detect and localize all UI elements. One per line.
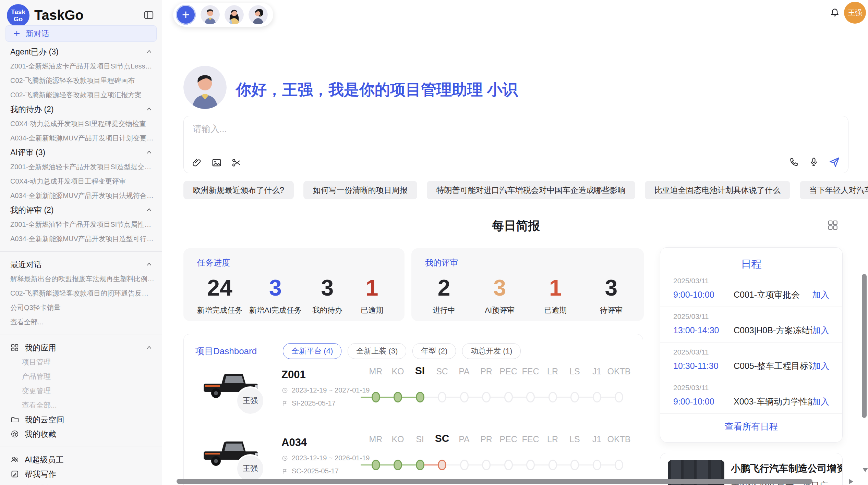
stat-column: 24新增完成任务 <box>197 276 242 315</box>
horizontal-scrollbar[interactable] <box>177 479 812 484</box>
user-avatar[interactable]: 王强 <box>844 2 866 24</box>
phone-icon[interactable] <box>788 157 799 167</box>
sidebar-item[interactable]: Z001-全新燃油轻卡产品开发项目SI节点属性5D文件评审 <box>0 217 162 232</box>
event-main: 10:30-11:30C005-整车工程目标评审加入 <box>673 360 829 372</box>
chevron-up-icon <box>145 105 153 113</box>
apps-view-all[interactable]: 查看全部... <box>0 398 162 412</box>
scroll-down-arrow-icon[interactable] <box>863 468 868 472</box>
milestone-node[interactable] <box>615 392 623 402</box>
dashboard-tab[interactable]: 年型 (2) <box>412 343 456 359</box>
milestone-node[interactable] <box>504 460 513 470</box>
scroll-right-arrow-icon[interactable] <box>849 479 853 484</box>
sidebar-section-header[interactable]: 我的评审 (2) <box>0 203 162 217</box>
milestone-node[interactable] <box>482 392 491 402</box>
sidebar-item[interactable]: Z001-全新燃油轻卡产品开发项目SI造型提交物评审 <box>0 160 162 174</box>
milestone-node[interactable] <box>526 392 535 402</box>
milestone-node[interactable] <box>394 460 402 470</box>
recent-chat-item[interactable]: 解释最新出台的欧盟报废车法规再生塑料比例被调至15%... <box>0 272 162 286</box>
milestone-node[interactable] <box>548 460 557 470</box>
milestone-node[interactable] <box>593 460 601 470</box>
milestone-node[interactable] <box>416 460 424 470</box>
milestone-node[interactable] <box>526 460 535 470</box>
my-apps-header[interactable]: 我的应用 <box>0 340 162 355</box>
suggestion-chip[interactable]: 欧洲新规最近颁布了什么? <box>183 181 294 199</box>
paperclip-icon[interactable] <box>191 157 202 168</box>
sidebar-item[interactable]: Z001-全新燃油皮卡产品开发项目SI节点Lesson Learn报告 <box>0 59 162 73</box>
event-name: C003|H0B-方案冻结评审 <box>728 325 812 336</box>
sidebar-item[interactable]: A034-全新新能源MUV产品开发项目计划变更表编写 <box>0 131 162 145</box>
milestone-node[interactable] <box>570 460 579 470</box>
chat-input[interactable] <box>192 122 776 151</box>
milestone-node[interactable] <box>394 392 402 402</box>
milestone-node[interactable] <box>438 392 446 402</box>
recent-view-all[interactable]: 查看全部... <box>0 315 162 329</box>
creative-draw-label: 创意制图 <box>25 483 56 485</box>
teammate-avatar[interactable] <box>249 5 268 24</box>
sidebar-section-header[interactable]: Agent已办 (3) <box>0 45 162 59</box>
sidebar-section-header[interactable]: AI评审 (3) <box>0 145 162 160</box>
suggestion-chip[interactable]: 当下年轻人对汽车外观有怎样的喜好趋势 <box>800 181 868 199</box>
sidebar-item-creative-draw[interactable]: 创意制图 <box>0 481 162 485</box>
milestone-node[interactable] <box>416 392 424 402</box>
sidebar-item[interactable]: A034-全新新能源MUV产品开发项目造型可行性评审 <box>0 232 162 246</box>
suggestion-chip[interactable]: 比亚迪全固态电池计划具体说了什么 <box>645 181 790 199</box>
dashboard-tab[interactable]: 全新上装 (3) <box>348 343 406 359</box>
event-join-link[interactable]: 加入 <box>812 289 829 300</box>
milestone-node[interactable] <box>548 392 557 402</box>
briefing-stat-card: 我的评审2进行中3AI预评审1已逾期3待评审 <box>411 248 644 321</box>
sidebar-item[interactable]: C0X4-动力总成开发项目SI里程碑提交物检查 <box>0 116 162 131</box>
briefing-layout-icon[interactable] <box>827 219 839 231</box>
send-icon[interactable] <box>828 156 841 168</box>
milestone-node[interactable] <box>504 392 513 402</box>
milestone-node[interactable] <box>482 460 491 470</box>
section-title: 我的评审 (2) <box>10 203 54 217</box>
event-join-link[interactable]: 加入 <box>812 360 829 372</box>
milestone-node[interactable] <box>372 460 380 470</box>
sidebar-section-header[interactable]: 我的待办 (2) <box>0 102 162 116</box>
milestone-node[interactable] <box>460 392 469 402</box>
teammate-avatar[interactable] <box>225 5 244 24</box>
sidebar-item-ai-staff[interactable]: AI超级员工 <box>0 452 162 467</box>
recent-title: 最近对话 <box>10 257 42 272</box>
greeting-text: 你好，王强，我是你的项目管理助理 小识 <box>236 79 518 100</box>
vertical-scrollbar[interactable] <box>862 274 867 418</box>
dashboard-tab[interactable]: 全新平台 (4) <box>283 343 341 359</box>
sidebar-list: Agent已办 (3)Z001-全新燃油皮卡产品开发项目SI节点Lesson L… <box>0 45 162 485</box>
add-agent-button[interactable] <box>176 5 196 25</box>
suggestion-chip[interactable]: 如何写一份清晰的项目周报 <box>303 181 417 199</box>
app-item[interactable]: 产品管理 <box>0 369 162 384</box>
sidebar-item[interactable]: C02-飞腾新能源轻客改款项目立项汇报方案 <box>0 88 162 102</box>
milestone-node[interactable] <box>372 392 380 402</box>
sidebar-item[interactable]: C0X4-动力总成开发项目工程变更评审 <box>0 174 162 188</box>
chat-input-box <box>183 116 848 173</box>
app-item[interactable]: 变更管理 <box>0 384 162 398</box>
milestone-node[interactable] <box>615 460 623 470</box>
sidebar-item-cloud-space[interactable]: 我的云空间 <box>0 412 162 427</box>
scissors-icon[interactable] <box>231 157 242 168</box>
new-chat-button[interactable]: 新对话 <box>5 25 157 42</box>
recent-section-header[interactable]: 最近对话 <box>0 257 162 272</box>
suggestion-chip[interactable]: 特朗普可能对进口汽车增税会对中国车企造成哪些影响 <box>427 181 635 199</box>
milestone-node[interactable] <box>438 460 446 470</box>
image-icon[interactable] <box>211 157 222 168</box>
sidebar-item[interactable]: C02-飞腾新能源轻客改款项目里程碑画布 <box>0 73 162 88</box>
sidebar-item[interactable]: A034-全新新能源MUV产品开发项目法规符合性评审 <box>0 188 162 203</box>
recent-chat-item[interactable]: C02-飞腾新能源轻客改款项目的闭环通告反馈情况 <box>0 286 162 300</box>
event-join-link[interactable]: 加入 <box>812 325 829 336</box>
schedule-view-all[interactable]: 查看所有日程 <box>660 414 842 439</box>
milestone-node[interactable] <box>593 392 601 402</box>
recent-chat-item[interactable]: 公司Q3轻卡销量 <box>0 300 162 315</box>
notification-bell-icon[interactable] <box>829 7 841 18</box>
teammate-avatar[interactable] <box>201 5 220 24</box>
event-join-link[interactable]: 加入 <box>812 396 829 407</box>
sidebar-collapse-icon[interactable] <box>143 10 154 21</box>
stat-label: 我的待办 <box>309 305 346 315</box>
sidebar-item-favorites[interactable]: 我的收藏 <box>0 427 162 441</box>
microphone-icon[interactable] <box>808 157 819 167</box>
milestone-node[interactable] <box>460 460 469 470</box>
sidebar-item-help-write[interactable]: 帮我写作 <box>0 467 162 481</box>
new-chat-label: 新对话 <box>26 28 49 39</box>
dashboard-tab[interactable]: 动总开发 (1) <box>462 343 521 359</box>
app-item[interactable]: 项目管理 <box>0 355 162 369</box>
milestone-node[interactable] <box>570 392 579 402</box>
